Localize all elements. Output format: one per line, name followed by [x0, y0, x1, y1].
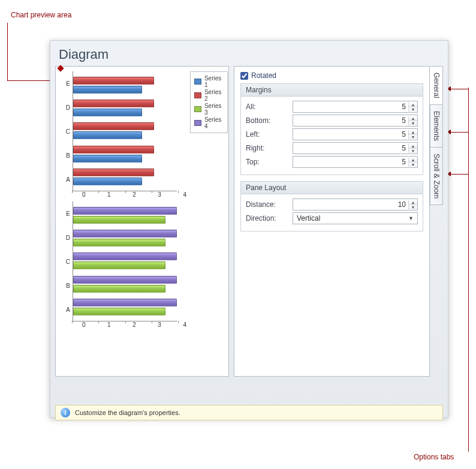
yaxis: EDCBA — [63, 71, 70, 191]
pane-layout-group: Pane Layout Distance: ▲▼ Direction: Vert… — [240, 181, 423, 232]
options-area: Rotated Margins All: ▲▼ Bottom: ▲▼ Left:… — [234, 66, 443, 377]
spin-up-icon[interactable]: ▲ — [409, 158, 417, 163]
margins-right-field[interactable]: ▲▼ — [293, 142, 418, 154]
margins-right-label: Right: — [246, 144, 289, 152]
group-header: Margins — [241, 84, 423, 97]
plot-area — [73, 202, 177, 321]
info-text: Customize the diagram's properties. — [75, 409, 180, 416]
info-icon: i — [61, 408, 70, 417]
margins-left-input[interactable] — [293, 130, 408, 139]
preview-marker-icon — [57, 65, 64, 71]
tab-elements[interactable]: Elements — [430, 104, 443, 148]
mini-chart-1: EDCBA 01234 Series 1Series 2Series 3Seri… — [63, 71, 222, 198]
spin-up-icon[interactable]: ▲ — [409, 144, 417, 149]
spin-up-icon[interactable]: ▲ — [409, 103, 417, 107]
options-panel: Rotated Margins All: ▲▼ Bottom: ▲▼ Left:… — [234, 66, 430, 377]
callout-line — [451, 89, 469, 89]
margins-all-field[interactable]: ▲▼ — [293, 101, 418, 113]
margins-left-label: Left: — [246, 130, 289, 139]
margins-all-label: All: — [246, 103, 289, 111]
yaxis: EDCBA — [63, 202, 70, 321]
spin-down-icon[interactable]: ▼ — [409, 121, 417, 125]
pane-direction-label: Direction: — [246, 214, 289, 223]
diagram-editor-window: Diagram EDCBA 01234 — [50, 40, 448, 418]
select-value: Vertical — [297, 214, 320, 223]
margins-group: Margins All: ▲▼ Bottom: ▲▼ Left: ▲▼ Righ… — [240, 83, 423, 175]
pane-distance-input[interactable] — [293, 200, 408, 209]
tab-general[interactable]: General — [430, 66, 443, 105]
chart-preview-panel: EDCBA 01234 Series 1Series 2Series 3Seri… — [55, 66, 229, 377]
margins-all-input[interactable] — [293, 103, 408, 111]
callout-line — [451, 174, 469, 175]
rotated-label: Rotated — [251, 71, 276, 80]
tab-scroll-zoom[interactable]: Scroll & Zoom — [430, 147, 443, 205]
spin-down-icon[interactable]: ▼ — [409, 205, 417, 209]
callout-preview-label: Chart preview area — [11, 11, 71, 19]
spin-down-icon[interactable]: ▼ — [409, 149, 417, 153]
callout-line — [7, 23, 8, 81]
spin-down-icon[interactable]: ▼ — [409, 163, 417, 167]
editor-body: EDCBA 01234 Series 1Series 2Series 3Seri… — [50, 66, 448, 403]
spin-down-icon[interactable]: ▼ — [409, 135, 417, 139]
page-title: Diagram — [50, 41, 448, 66]
margins-bottom-input[interactable] — [293, 116, 408, 125]
plot-area — [73, 71, 177, 191]
legend: Series 1Series 2Series 3Series 4 — [190, 71, 228, 133]
spin-up-icon[interactable]: ▲ — [409, 200, 417, 205]
callout-tabs-label: Options tabs — [414, 453, 454, 461]
chevron-down-icon: ▼ — [408, 215, 414, 221]
chart-pair: EDCBA 01234 Series 1Series 2Series 3Seri… — [63, 71, 222, 372]
mini-chart-2: EDCBA 01234 — [63, 202, 222, 328]
rotated-checkbox[interactable] — [240, 72, 248, 80]
info-bar: i Customize the diagram's properties. — [55, 405, 443, 420]
margins-top-input[interactable] — [293, 158, 408, 166]
side-tabs: General Elements Scroll & Zoom — [430, 66, 443, 377]
pane-direction-select[interactable]: Vertical▼ — [293, 212, 418, 224]
callout-line — [451, 132, 469, 133]
spin-up-icon[interactable]: ▲ — [409, 116, 417, 121]
rotated-checkbox-row: Rotated — [240, 71, 423, 80]
margins-bottom-field[interactable]: ▲▼ — [293, 115, 418, 127]
margins-left-field[interactable]: ▲▼ — [293, 128, 418, 140]
pane-distance-field[interactable]: ▲▼ — [293, 199, 418, 211]
spin-up-icon[interactable]: ▲ — [409, 130, 417, 135]
group-header: Pane Layout — [241, 182, 423, 194]
margins-top-label: Top: — [246, 158, 289, 166]
margins-bottom-label: Bottom: — [246, 116, 289, 125]
margins-top-field[interactable]: ▲▼ — [293, 156, 418, 168]
spin-down-icon[interactable]: ▼ — [409, 107, 417, 112]
pane-distance-label: Distance: — [246, 200, 289, 209]
margins-right-input[interactable] — [293, 144, 408, 152]
callout-line — [468, 88, 469, 452]
